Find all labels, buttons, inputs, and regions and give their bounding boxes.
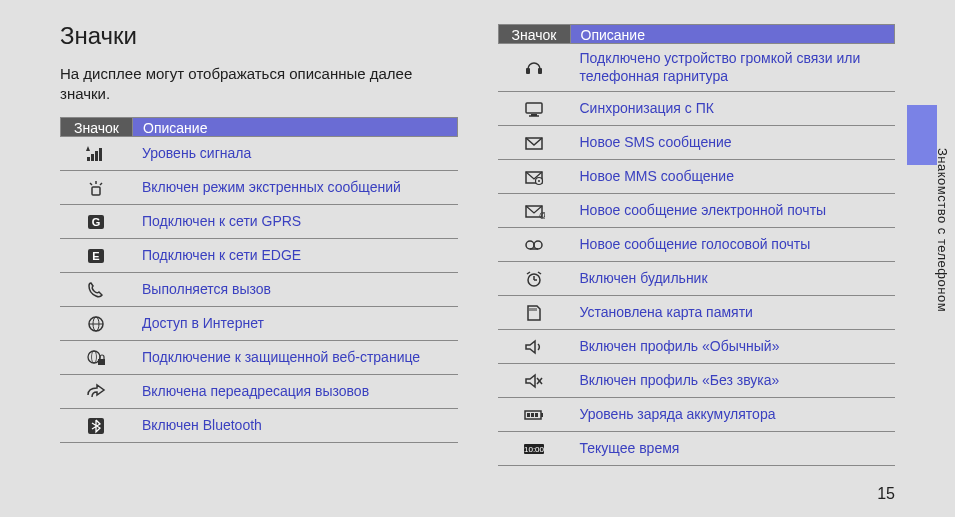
row-description: Подключен к сети GPRS [132, 207, 458, 237]
row-description: Включен Bluetooth [132, 411, 458, 441]
header-desc-label: Описание [133, 118, 457, 136]
header-icon-label: Значок [499, 25, 571, 43]
row-description: Включен профиль «Обычный» [570, 332, 896, 362]
row-description: Включена переадресация вызовов [132, 377, 458, 407]
row-description: Включен профиль «Без звука» [570, 366, 896, 396]
clock-icon [498, 440, 570, 458]
row-description: Установлена карта памяти [570, 298, 896, 328]
table-row: Уровень заряда аккумулятора [498, 398, 896, 432]
sms-icon [498, 134, 570, 152]
row-description: Подключение к защищенной веб-странице [132, 343, 458, 373]
row-description: Новое SMS сообщение [570, 128, 896, 158]
header-icon-label: Значок [61, 118, 133, 136]
right-column: Значок Описание Подключено устройство гр… [498, 22, 896, 466]
table-row: Новое SMS сообщение [498, 126, 896, 160]
secure-web-icon [60, 349, 132, 367]
sound-on-icon [498, 338, 570, 356]
page-number: 15 [877, 485, 895, 503]
signal-icon [60, 145, 132, 163]
row-description: Новое сообщение голосовой почты [570, 230, 896, 260]
pc-sync-icon [498, 100, 570, 118]
row-description: Уровень заряда аккумулятора [570, 400, 896, 430]
row-description: Включен будильник [570, 264, 896, 294]
section-label: Знакомство с телефоном [935, 148, 950, 312]
table-row: Включен будильник [498, 262, 896, 296]
table-row: Текущее время [498, 432, 896, 466]
row-description: Подключен к сети EDGE [132, 241, 458, 271]
left-table-body: Уровень сигналаВключен режим экстренных … [60, 137, 458, 443]
table-row: Включен профиль «Обычный» [498, 330, 896, 364]
table-row: Доступ в Интернет [60, 307, 458, 341]
table-row: Подключен к сети GPRS [60, 205, 458, 239]
side-tab [907, 105, 937, 165]
table-row: Новое сообщение электронной почты [498, 194, 896, 228]
table-row: Установлена карта памяти [498, 296, 896, 330]
table-row: Включен Bluetooth [60, 409, 458, 443]
row-description: Включен режим экстренных сообщений [132, 173, 458, 203]
row-description: Уровень сигнала [132, 139, 458, 169]
table-row: Подключен к сети EDGE [60, 239, 458, 273]
table-row: Уровень сигнала [60, 137, 458, 171]
row-description: Новое MMS сообщение [570, 162, 896, 192]
row-description: Подключено устройство громкой связи или … [570, 44, 896, 91]
table-row: Включен режим экстренных сообщений [60, 171, 458, 205]
row-description: Синхронизация с ПК [570, 94, 896, 124]
mms-icon [498, 168, 570, 186]
table-row: Включен профиль «Без звука» [498, 364, 896, 398]
emergency-icon [60, 179, 132, 197]
email-icon [498, 202, 570, 220]
memory-card-icon [498, 304, 570, 322]
page-title: Значки [60, 22, 458, 50]
bluetooth-icon [60, 417, 132, 435]
table-header: Значок Описание [498, 24, 896, 44]
forward-icon [60, 383, 132, 401]
battery-icon [498, 406, 570, 424]
table-row: Подключено устройство громкой связи или … [498, 44, 896, 92]
row-description: Доступ в Интернет [132, 309, 458, 339]
row-description: Текущее время [570, 434, 896, 464]
call-icon [60, 281, 132, 299]
internet-icon [60, 315, 132, 333]
table-header: Значок Описание [60, 117, 458, 137]
table-row: Синхронизация с ПК [498, 92, 896, 126]
table-row: Подключение к защищенной веб-странице [60, 341, 458, 375]
header-desc-label: Описание [571, 25, 895, 43]
headset-icon [498, 59, 570, 77]
sound-off-icon [498, 372, 570, 390]
gprs-icon [60, 213, 132, 231]
edge-icon [60, 247, 132, 265]
left-column: Значки На дисплее могут отображаться опи… [60, 22, 458, 466]
row-description: Новое сообщение электронной почты [570, 196, 896, 226]
row-description: Выполняется вызов [132, 275, 458, 305]
voicemail-icon [498, 236, 570, 254]
table-row: Новое MMS сообщение [498, 160, 896, 194]
table-row: Выполняется вызов [60, 273, 458, 307]
right-table-body: Подключено устройство громкой связи или … [498, 44, 896, 466]
alarm-icon [498, 270, 570, 288]
table-row: Включена переадресация вызовов [60, 375, 458, 409]
table-row: Новое сообщение голосовой почты [498, 228, 896, 262]
intro-text: На дисплее могут отображаться описанные … [60, 64, 458, 103]
